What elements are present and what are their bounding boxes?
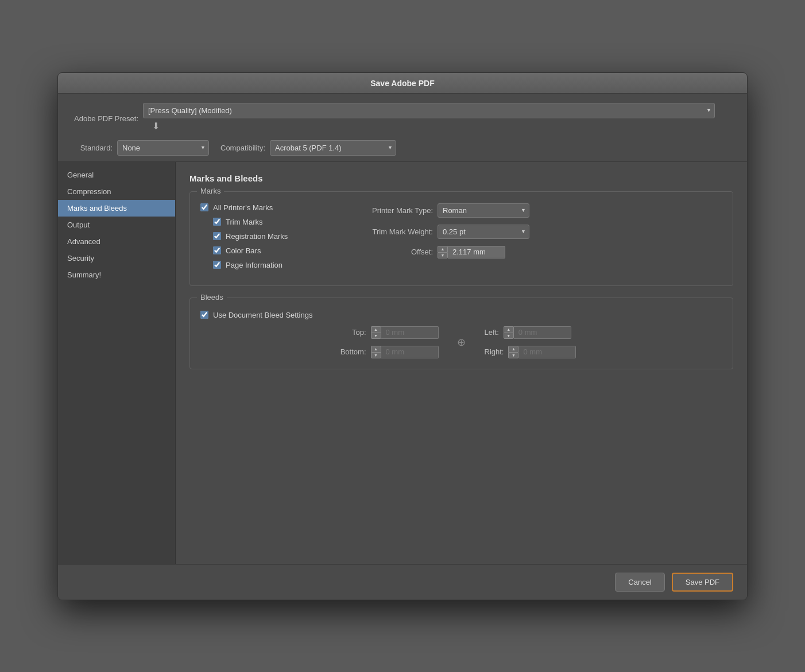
bleeds-group-label: Bleeds (197, 293, 227, 302)
standard-row: Standard: None PDF/X-1a:2001 PDF/X-3:200… (69, 140, 736, 156)
standard-label: Standard: (69, 144, 113, 152)
top-bleed-group: Top: ▲ ▼ (200, 326, 439, 339)
bottom-bleed-input[interactable] (381, 346, 439, 358)
printer-mark-type-select[interactable]: Roman Japanese (438, 203, 529, 218)
printer-mark-type-label: Printer Mark Type: (344, 206, 433, 215)
save-pdf-dialog: Save Adobe PDF Adobe PDF Preset: [Press … (57, 72, 748, 600)
bleed-fields: Top: ▲ ▼ ⊕ (200, 326, 722, 358)
use-document-bleed-row: Use Document Bleed Settings (200, 311, 722, 319)
page-information-row: Page Information (200, 261, 327, 269)
offset-increment-button[interactable]: ▲ (438, 246, 448, 252)
registration-marks-checkbox[interactable] (213, 232, 221, 240)
marks-right: Printer Mark Type: Roman Japanese Trim M… (344, 203, 722, 275)
registration-marks-label: Registration Marks (226, 232, 288, 241)
main-content: Marks and Bleeds Marks All Printer's Mar… (176, 162, 747, 564)
left-bleed-spinner: ▲ ▼ (504, 326, 571, 339)
trim-mark-weight-wrapper: 0.25 pt 0.50 pt 1.00 pt (438, 225, 529, 239)
body-area: General Compression Marks and Bleeds Out… (58, 162, 747, 564)
left-bleed-label: Left: (485, 328, 499, 337)
sidebar-item-compression[interactable]: Compression (58, 183, 175, 200)
standard-select-wrapper: None PDF/X-1a:2001 PDF/X-3:2002 PDF/X-4:… (117, 140, 209, 156)
printer-mark-type-wrapper: Roman Japanese (438, 203, 529, 218)
bottom-bleed-group: Bottom: ▲ ▼ (200, 346, 439, 358)
offset-decrement-button[interactable]: ▼ (438, 252, 448, 258)
section-title: Marks and Bleeds (189, 173, 733, 183)
marks-group-box: Marks All Printer's Marks Trim Marks (189, 191, 733, 286)
all-printers-marks-label: All Printer's Marks (213, 203, 273, 212)
sidebar: General Compression Marks and Bleeds Out… (58, 162, 176, 564)
right-spinner-buttons: ▲ ▼ (508, 346, 518, 358)
page-information-checkbox[interactable] (213, 261, 221, 269)
trim-mark-weight-row: Trim Mark Weight: 0.25 pt 0.50 pt 1.00 p… (344, 225, 722, 239)
bottom-bleed-spinner: ▲ ▼ (371, 346, 439, 358)
use-document-bleed-label: Use Document Bleed Settings (213, 311, 312, 319)
offset-input[interactable] (448, 246, 505, 258)
left-bleed-group: Left: ▲ ▼ (485, 326, 723, 339)
sidebar-item-marks-and-bleeds[interactable]: Marks and Bleeds (58, 200, 175, 217)
registration-marks-row: Registration Marks (200, 232, 327, 241)
color-bars-label: Color Bars (226, 246, 261, 255)
bleeds-group-box: Bleeds Use Document Bleed Settings Top: … (189, 298, 733, 369)
top-decrement-button[interactable]: ▼ (371, 333, 381, 339)
dialog-title: Save Adobe PDF (370, 79, 435, 88)
right-increment-button[interactable]: ▲ (508, 346, 518, 352)
compatibility-select[interactable]: Acrobat 4 (PDF 1.3) Acrobat 5 (PDF 1.4) … (270, 140, 396, 156)
offset-spinner: ▲ ▼ (438, 246, 505, 258)
trim-mark-weight-label: Trim Mark Weight: (344, 227, 433, 236)
right-bleed-input[interactable] (518, 346, 576, 358)
footer-area: Cancel Save PDF (58, 564, 747, 600)
sidebar-item-security[interactable]: Security (58, 250, 175, 267)
top-bleed-label: Top: (352, 328, 366, 337)
pdf-preset-select[interactable]: [Press Quality] (Modified) (143, 103, 715, 118)
top-spinner-buttons: ▲ ▼ (371, 326, 381, 339)
right-bleed-group: Right: ▲ ▼ (485, 346, 723, 358)
sidebar-item-summary[interactable]: Summary! (58, 267, 175, 283)
offset-label: Offset: (344, 248, 433, 256)
left-decrement-button[interactable]: ▼ (504, 333, 514, 339)
left-bleed-input[interactable] (514, 326, 571, 339)
compatibility-label: Compatibility: (220, 144, 265, 152)
top-bleed-input[interactable] (381, 326, 439, 339)
cancel-button[interactable]: Cancel (615, 573, 664, 592)
color-bars-checkbox[interactable] (213, 246, 221, 254)
left-increment-button[interactable]: ▲ (504, 326, 514, 333)
save-pdf-button[interactable]: Save PDF (672, 573, 733, 592)
compatibility-group: Compatibility: Acrobat 4 (PDF 1.3) Acrob… (220, 140, 396, 156)
standard-group: Standard: None PDF/X-1a:2001 PDF/X-3:200… (69, 140, 209, 156)
marks-content: All Printer's Marks Trim Marks Registrat… (200, 200, 722, 275)
color-bars-row: Color Bars (200, 246, 327, 255)
bottom-spinner-buttons: ▲ ▼ (371, 346, 381, 358)
printer-mark-type-row: Printer Mark Type: Roman Japanese (344, 203, 722, 218)
right-decrement-button[interactable]: ▼ (508, 352, 518, 358)
bottom-increment-button[interactable]: ▲ (371, 346, 381, 352)
sidebar-item-general[interactable]: General (58, 167, 175, 183)
trim-marks-checkbox[interactable] (213, 218, 221, 226)
use-document-bleed-checkbox[interactable] (200, 311, 208, 319)
all-printers-marks-checkbox[interactable] (200, 203, 208, 211)
trim-marks-label: Trim Marks (226, 218, 263, 226)
offset-row: Offset: ▲ ▼ (344, 246, 722, 258)
bottom-bleed-label: Bottom: (340, 347, 366, 356)
standard-select[interactable]: None PDF/X-1a:2001 PDF/X-3:2002 PDF/X-4:… (117, 140, 209, 156)
preset-label: Adobe PDF Preset: (69, 114, 138, 123)
compatibility-select-wrapper: Acrobat 4 (PDF 1.3) Acrobat 5 (PDF 1.4) … (270, 140, 396, 156)
bottom-decrement-button[interactable]: ▼ (371, 352, 381, 358)
left-spinner-buttons: ▲ ▼ (504, 326, 514, 339)
trim-mark-weight-select[interactable]: 0.25 pt 0.50 pt 1.00 pt (438, 225, 529, 239)
bleeds-content: Use Document Bleed Settings Top: ▲ ▼ (200, 306, 722, 358)
trim-marks-row: Trim Marks (200, 218, 327, 226)
right-bleed-spinner: ▲ ▼ (508, 346, 576, 358)
page-information-label: Page Information (226, 261, 282, 269)
sidebar-item-output[interactable]: Output (58, 217, 175, 233)
preset-select-wrapper: [Press Quality] (Modified) ⬇ (143, 103, 736, 134)
sidebar-item-advanced[interactable]: Advanced (58, 233, 175, 250)
title-bar: Save Adobe PDF (58, 73, 747, 94)
preset-row: Adobe PDF Preset: [Press Quality] (Modif… (69, 103, 736, 134)
offset-spinner-buttons: ▲ ▼ (438, 246, 448, 258)
top-increment-button[interactable]: ▲ (371, 326, 381, 333)
chain-link-icon: ⊕ (450, 336, 473, 349)
save-preset-icon[interactable]: ⬇ (148, 118, 164, 134)
right-bleed-label: Right: (485, 347, 504, 356)
all-printers-marks-row: All Printer's Marks (200, 203, 327, 212)
marks-group-label: Marks (197, 187, 224, 195)
